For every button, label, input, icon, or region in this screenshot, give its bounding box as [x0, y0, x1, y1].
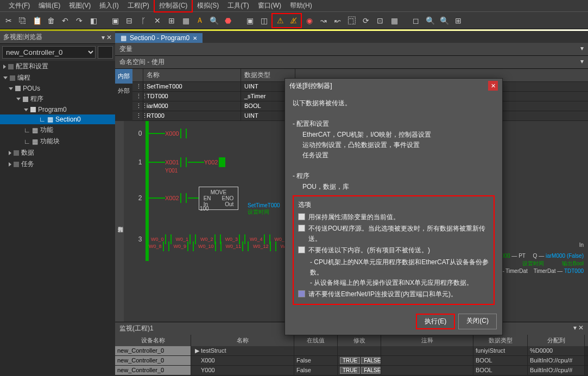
menu-simulate[interactable]: 模拟(S): [193, 0, 223, 11]
zoom-out-icon[interactable]: 🔍: [438, 14, 451, 27]
crop-icon[interactable]: ◻: [409, 14, 422, 27]
menu-file[interactable]: 文件(F): [4, 0, 34, 11]
search-icon[interactable]: 🔍: [207, 14, 220, 27]
zoom-in-icon[interactable]: 🔍: [423, 14, 437, 27]
device-icon[interactable]: [98, 46, 113, 59]
tb-icon-11[interactable]: ↝: [317, 14, 330, 27]
tree-program0[interactable]: Program0: [0, 105, 115, 114]
paste-icon[interactable]: 📋: [30, 14, 43, 27]
tb-icon-10[interactable]: ◉: [303, 14, 316, 27]
tree-config[interactable]: 配置和设置: [0, 61, 115, 72]
tree-tasks[interactable]: 任务: [0, 158, 115, 170]
dialog-options: 选项 用保持属性清除变量的当前值。 不传送POU程序源。当此选项被更改时，所有数…: [293, 195, 495, 305]
controller-select[interactable]: new_Controller_0: [2, 46, 96, 59]
sidebar: 多视图浏览器 ▾ ✕ new_Controller_0 配置和设置 编程 POU…: [0, 31, 115, 322]
dialog-close-button[interactable]: ✕: [488, 81, 498, 91]
tb-icon-4[interactable]: ✕: [151, 14, 164, 27]
opt2-checkbox[interactable]: [298, 225, 305, 232]
close-button[interactable]: 关闭(C): [458, 314, 497, 329]
vars-header[interactable]: 变量▾: [115, 43, 588, 56]
tb-icon-2[interactable]: ⊟: [123, 14, 136, 27]
zoom-fit-icon[interactable]: ⊞: [452, 14, 465, 27]
tree-fblocks[interactable]: ∟ ▦功能块: [0, 136, 115, 147]
warning-icon[interactable]: ⚠: [274, 14, 287, 27]
no-warning-icon[interactable]: ⚠̸: [287, 14, 300, 27]
ns-header[interactable]: 命名空间 - 使用▾: [115, 56, 588, 69]
tree-programming[interactable]: 编程: [0, 72, 115, 84]
ladder-comments-tab[interactable]: 行注释列表: [115, 121, 124, 322]
tb-icon-6[interactable]: ▦: [179, 14, 192, 27]
tree-programs[interactable]: 程序: [0, 93, 115, 105]
delete-icon[interactable]: 🗑: [45, 14, 58, 27]
tree-functions[interactable]: ∟ ▦功能: [0, 124, 115, 136]
undo-icon[interactable]: ↶: [59, 14, 72, 27]
menu-window[interactable]: 窗口(W): [254, 0, 286, 11]
tree-section0[interactable]: ∟ ▦Section0: [0, 114, 115, 124]
tb-icon-1[interactable]: ▣: [109, 14, 122, 27]
tb-icon-13[interactable]: ⿹: [345, 14, 358, 27]
menu-project[interactable]: 工程(P): [123, 0, 154, 11]
editor-tab[interactable]: ▦Section0 - Program0✕: [115, 33, 203, 43]
copy-icon[interactable]: ⿻: [16, 14, 29, 27]
tb-icon-9[interactable]: ◫: [257, 14, 270, 27]
tb-icon-14[interactable]: ⟳: [359, 14, 372, 27]
menu-edit[interactable]: 编辑(E): [34, 0, 65, 11]
watch-row[interactable]: new_Controller_0X000FalseTRUEFALSEBOOLBu…: [115, 356, 588, 366]
vartab-outer[interactable]: 外部: [115, 84, 132, 98]
menu-tool[interactable]: 工具(T): [223, 0, 253, 11]
transfer-dialog: 传送[到控制器]✕ 以下数据将被传送。 - 配置和设置 EtherCAT，CPU…: [284, 78, 503, 335]
tb-icon-12[interactable]: ↜: [331, 14, 344, 27]
menu-help[interactable]: 帮助(H): [286, 0, 317, 11]
watch-row[interactable]: new_Controller_0Y000FalseTRUEFALSEBOOLBu…: [115, 366, 588, 375]
sidebar-menu-icon[interactable]: ▾ ✕: [102, 34, 112, 41]
tree-pous[interactable]: POUs: [0, 84, 115, 93]
execute-button[interactable]: 执行(E): [416, 314, 455, 329]
tb-icon-3[interactable]: ᚴ: [137, 14, 150, 27]
menu-insert[interactable]: 插入(I): [95, 0, 123, 11]
vartab-inner[interactable]: 内部: [115, 69, 132, 84]
bug-icon[interactable]: ⬣: [222, 14, 235, 27]
close-tab-icon[interactable]: ✕: [193, 35, 197, 41]
menu-controller[interactable]: 控制器(C): [154, 0, 193, 12]
watch-close-icon[interactable]: ▾ ✕: [573, 324, 584, 333]
redo-icon[interactable]: ↷: [73, 14, 86, 27]
tool-icon[interactable]: ◧: [87, 14, 100, 27]
sidebar-title: 多视图浏览器 ▾ ✕: [0, 31, 115, 44]
opt1-checkbox[interactable]: [298, 213, 305, 220]
toolbar: ✂ ⿻ 📋 🗑 ↶ ↷ ◧ ▣ ⊟ ᚴ ✕ ⊞ ▦ Ａ 🔍 ⬣ ▣ ◫ ⚠ ⚠̸…: [0, 12, 588, 29]
opt4-checkbox[interactable]: [298, 290, 305, 297]
cut-icon[interactable]: ✂: [2, 14, 15, 27]
menu-bar: 文件(F) 编辑(E) 视图(V) 插入(I) 工程(P) 控制器(C) 模拟(…: [0, 0, 588, 12]
tb-icon-16[interactable]: ▦: [388, 14, 401, 27]
opt3-checkbox[interactable]: [298, 246, 305, 253]
warning-buttons-highlight: ⚠ ⚠̸: [271, 13, 302, 28]
tree-data[interactable]: 数据: [0, 147, 115, 158]
tb-icon-8[interactable]: ▣: [243, 14, 256, 27]
project-tree: 配置和设置 编程 POUs 程序 Program0 ∟ ▦Section0 ∟ …: [0, 61, 115, 322]
menu-view[interactable]: 视图(V): [65, 0, 95, 11]
tb-icon-15[interactable]: ⊡: [374, 14, 387, 27]
dialog-title: 传送[到控制器]: [289, 81, 332, 91]
tb-icon-5[interactable]: ⊞: [165, 14, 178, 27]
watch-row[interactable]: new_Controller_0▶testStructfuniyiStruct%…: [115, 346, 588, 356]
tb-icon-7[interactable]: Ａ: [193, 14, 206, 27]
